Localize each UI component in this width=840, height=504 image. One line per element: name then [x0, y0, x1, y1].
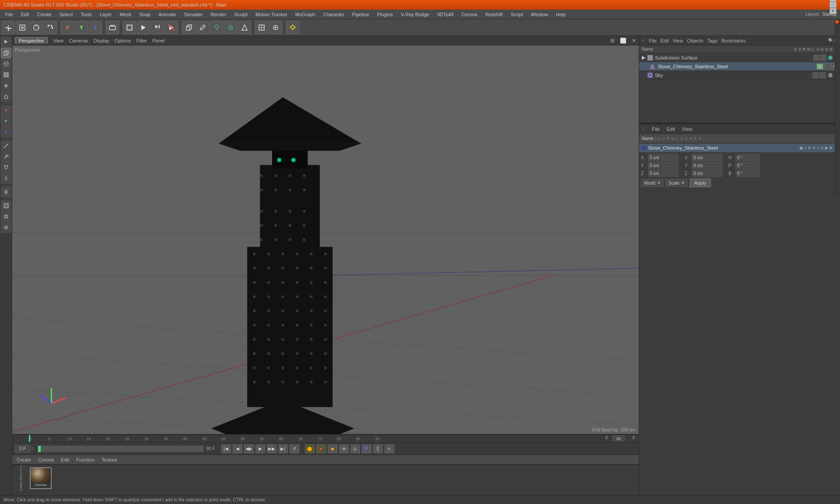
- coord-b-val[interactable]: [735, 170, 760, 177]
- obj-expand-sub[interactable]: ▶: [642, 55, 645, 60]
- left-tool-line[interactable]: [1, 140, 11, 151]
- btn-p[interactable]: P: [362, 444, 371, 453]
- btn-list[interactable]: ≡: [385, 444, 394, 453]
- tool-pencil[interactable]: [196, 21, 209, 34]
- om-menu-file[interactable]: File: [647, 38, 658, 43]
- coord-x2-val[interactable]: [692, 154, 722, 161]
- menu-help[interactable]: Help: [552, 11, 569, 18]
- viewport-header-view[interactable]: View: [53, 38, 63, 43]
- coord-y2-val[interactable]: [692, 162, 722, 169]
- om-menu-objects[interactable]: Objects: [685, 38, 705, 43]
- menu-select[interactable]: Select: [56, 11, 77, 18]
- scale-dropdown[interactable]: Scale ▼: [665, 179, 688, 187]
- menu-sculpt[interactable]: Sculpt: [231, 11, 251, 18]
- menu-character[interactable]: Character: [320, 11, 348, 18]
- left-tool-add[interactable]: [1, 80, 11, 91]
- tool-render[interactable]: [137, 21, 150, 34]
- tool-scale[interactable]: [44, 21, 57, 34]
- btn-dots[interactable]: ⣿: [373, 444, 383, 453]
- tool-move[interactable]: [2, 21, 15, 34]
- viewport-icon-fit[interactable]: ⊞: [610, 38, 615, 44]
- tool-select[interactable]: [16, 21, 29, 34]
- btn-record[interactable]: ⬤: [305, 444, 315, 453]
- menu-layer[interactable]: Layer: [96, 11, 116, 18]
- om-menu-tags[interactable]: Tags: [706, 38, 719, 43]
- tool-display-mode[interactable]: [255, 21, 268, 34]
- left-tool-grid[interactable]: [1, 200, 11, 211]
- viewport-header-display[interactable]: Display: [94, 38, 109, 43]
- coord-z2-val[interactable]: [692, 170, 722, 177]
- frame-max-input[interactable]: 90: [612, 435, 625, 441]
- menu-mesh[interactable]: Mesh: [116, 11, 135, 18]
- maximize-button[interactable]: □: [830, 2, 836, 8]
- menu-edit[interactable]: Edit: [18, 11, 33, 18]
- apply-button[interactable]: Apply: [690, 178, 711, 187]
- left-tool-texture[interactable]: [1, 59, 11, 69]
- mat-tab-corona[interactable]: Corona: [36, 456, 56, 463]
- menu-vray[interactable]: V-Ray Bridge: [397, 11, 433, 18]
- attr-menu-edit[interactable]: Edit: [665, 126, 677, 132]
- tool-display-options[interactable]: [269, 21, 282, 34]
- sub-btn2[interactable]: [820, 55, 826, 61]
- sky-btn1[interactable]: [812, 72, 819, 78]
- tool-x[interactable]: X: [61, 21, 74, 34]
- btn-record-stop[interactable]: ●: [316, 444, 326, 453]
- ch-btn-mat[interactable]: ▣: [816, 63, 823, 70]
- left-tool-z[interactable]: Z: [1, 127, 11, 137]
- menu-corona[interactable]: Corona: [458, 11, 481, 18]
- left-tool-pointer[interactable]: [1, 37, 11, 47]
- menu-render[interactable]: Render: [207, 11, 230, 18]
- timeline-ruler[interactable]: 0 5 10 15 20 25 30 35 40 45 50 55 60 65: [12, 435, 639, 443]
- mat-tab-function[interactable]: Function: [74, 456, 96, 463]
- frame-slider[interactable]: [38, 445, 204, 452]
- left-tool-gear[interactable]: [1, 222, 11, 233]
- left-tool-x[interactable]: X: [1, 105, 11, 116]
- menu-redshift[interactable]: Redshift: [482, 11, 506, 18]
- menu-file[interactable]: File: [2, 11, 17, 18]
- tool-z[interactable]: Z: [89, 21, 102, 34]
- menu-motion-tracker[interactable]: Motion Tracker: [252, 11, 291, 18]
- left-tool-magnet[interactable]: [1, 162, 11, 173]
- tool-render-settings[interactable]: [165, 21, 178, 34]
- left-tool-model[interactable]: [1, 48, 11, 58]
- tool-cube[interactable]: [182, 21, 195, 34]
- om-search-icon[interactable]: 🔍: [828, 38, 833, 43]
- left-tool-y[interactable]: Y: [1, 116, 11, 126]
- menu-simulate[interactable]: Simulate: [181, 11, 206, 18]
- viewport-tab[interactable]: Perspective: [15, 37, 48, 44]
- btn-prev-play[interactable]: ◀▶: [244, 444, 254, 453]
- tool-paint[interactable]: [210, 21, 223, 34]
- tool-object[interactable]: [106, 21, 119, 34]
- btn-fwd-play[interactable]: ▶▶: [267, 444, 276, 453]
- object-item-subdivision[interactable]: ▶ Subdivision Surface ●: [639, 53, 840, 62]
- menu-animate[interactable]: Animate: [155, 11, 179, 18]
- menu-mograph[interactable]: MoGraph: [292, 11, 319, 18]
- om-menu-view[interactable]: View: [671, 38, 685, 43]
- tool-rotate[interactable]: [30, 21, 43, 34]
- menu-3dtoa[interactable]: 3DToAll: [434, 11, 457, 18]
- tool-frame-all[interactable]: [123, 21, 136, 34]
- mat-tab-create[interactable]: Create: [15, 456, 33, 463]
- tool-y[interactable]: Y: [75, 21, 88, 34]
- left-tool-spring[interactable]: [1, 187, 11, 197]
- menu-plugins[interactable]: Plugins: [374, 11, 396, 18]
- btn-play[interactable]: ▶: [256, 444, 265, 453]
- viewport-canvas[interactable]: Perspective Grid Spacing : 100 cm: [12, 46, 639, 434]
- viewport-icon-close[interactable]: ✕: [632, 38, 636, 44]
- coord-p-val[interactable]: [735, 162, 760, 169]
- sky-btn2[interactable]: [819, 72, 826, 78]
- viewport-header-cameras[interactable]: Cameras: [69, 38, 88, 43]
- current-frame-input[interactable]: [15, 445, 31, 453]
- coord-x-pos[interactable]: [648, 154, 679, 161]
- coord-z-pos[interactable]: [648, 170, 679, 177]
- material-swatch-chimney[interactable]: Chimne: [30, 467, 52, 489]
- menu-snap[interactable]: Snap: [136, 11, 154, 18]
- om-menu-edit[interactable]: Edit: [659, 38, 671, 43]
- left-tool-star[interactable]: [1, 91, 11, 102]
- attr-menu-file[interactable]: File: [650, 126, 662, 132]
- viewport-icon-max[interactable]: ⬜: [620, 38, 626, 44]
- ch-btn2[interactable]: [824, 63, 830, 70]
- btn-go-start[interactable]: |◀: [221, 444, 231, 453]
- btn-motion-key[interactable]: ⊕: [339, 444, 349, 453]
- tool-deform[interactable]: [238, 21, 251, 34]
